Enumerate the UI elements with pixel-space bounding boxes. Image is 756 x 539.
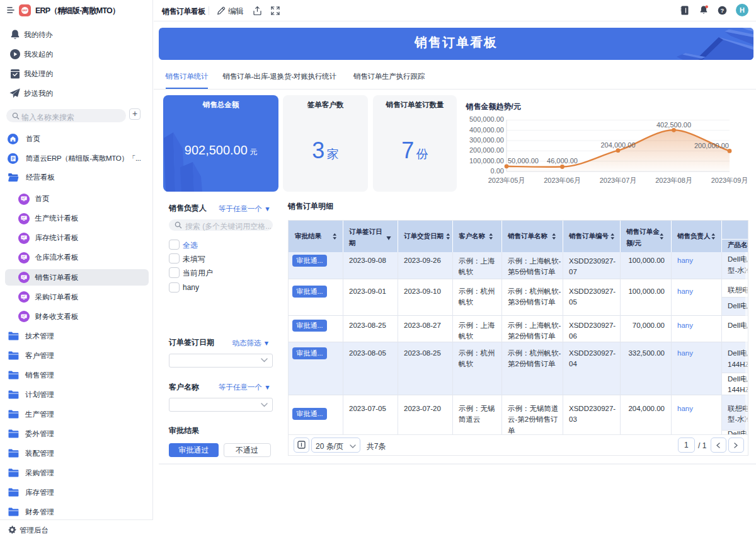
svg-text:?: ? <box>721 7 724 14</box>
